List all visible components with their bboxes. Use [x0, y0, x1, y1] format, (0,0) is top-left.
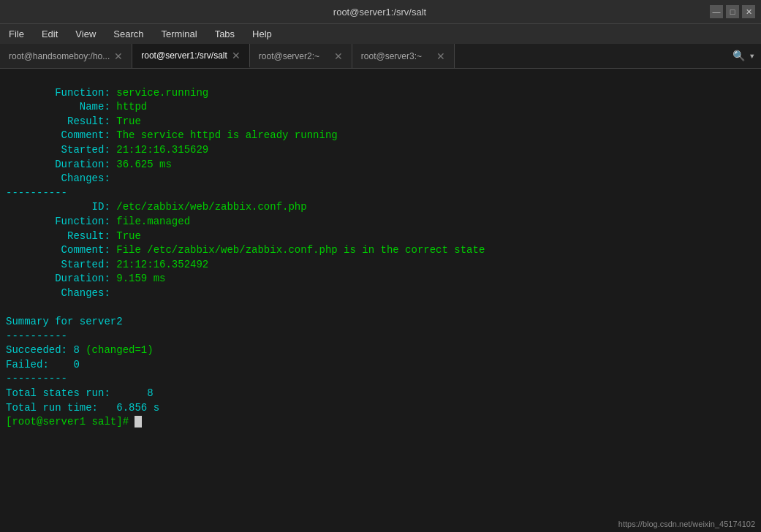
tab-1[interactable]: root@server1:/srv/salt ✕: [132, 44, 250, 68]
menu-edit[interactable]: Edit: [39, 27, 61, 41]
tab-3[interactable]: root@server3:~ ✕: [352, 44, 455, 68]
tab-close-1[interactable]: ✕: [232, 50, 241, 61]
menu-file[interactable]: File: [6, 27, 27, 41]
menu-bar: File Edit View Search Terminal Tabs Help: [0, 23, 761, 44]
tab-actions: 🔍 ▾: [727, 44, 761, 68]
terminal[interactable]: Function: service.running Name: httpd Re…: [0, 69, 761, 516]
tab-close-2[interactable]: ✕: [334, 51, 343, 61]
tab-label-0: root@handsomeboy:/ho...: [9, 51, 110, 61]
tab-0[interactable]: root@handsomeboy:/ho... ✕: [0, 44, 132, 68]
tab-bar: root@handsomeboy:/ho... ✕ root@server1:/…: [0, 44, 761, 69]
title-bar: root@server1:/srv/salt — □ ✕: [0, 0, 761, 23]
close-button[interactable]: ✕: [742, 5, 755, 18]
tab-label-3: root@server3:~: [361, 51, 422, 61]
tab-close-0[interactable]: ✕: [114, 51, 123, 61]
tab-2[interactable]: root@server2:~ ✕: [250, 44, 352, 68]
menu-view[interactable]: View: [72, 27, 99, 41]
terminal-output: Function: service.running Name: httpd Re…: [6, 72, 755, 444]
status-bar: https://blog.csdn.net/weixin_45174102: [0, 516, 761, 532]
menu-terminal[interactable]: Terminal: [159, 27, 200, 41]
menu-help[interactable]: Help: [249, 27, 275, 41]
watermark: https://blog.csdn.net/weixin_45174102: [618, 520, 755, 528]
window-controls: — □ ✕: [710, 5, 755, 18]
menu-tabs[interactable]: Tabs: [212, 27, 238, 41]
search-terminal-icon[interactable]: 🔍: [732, 50, 745, 62]
maximize-button[interactable]: □: [726, 5, 739, 18]
tab-close-3[interactable]: ✕: [436, 51, 445, 61]
tab-label-2: root@server2:~: [259, 51, 319, 61]
window-title: root@server1:/srv/salt: [50, 7, 710, 18]
tab-label-1: root@server1:/srv/salt: [141, 50, 227, 61]
menu-search[interactable]: Search: [110, 27, 146, 41]
new-tab-icon[interactable]: ▾: [749, 50, 755, 62]
minimize-button[interactable]: —: [710, 5, 723, 18]
